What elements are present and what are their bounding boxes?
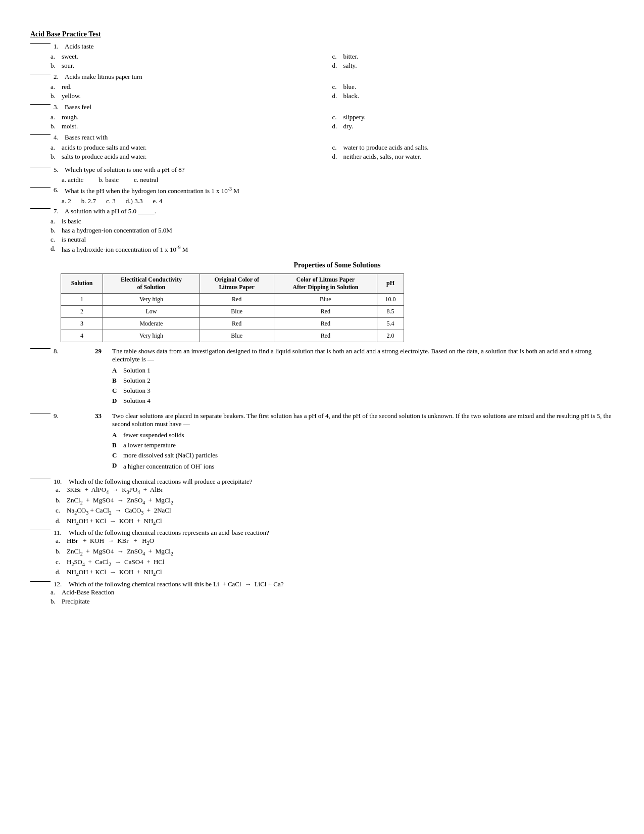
blank-5: [30, 167, 51, 167]
q4-opt-d: d.neither acids, salts, nor water.: [332, 153, 614, 161]
subq-33-text: Two clear solutions are placed in separa…: [112, 412, 614, 428]
q6-opt-d: d.) 3.3: [126, 197, 143, 205]
blank-11: [30, 530, 51, 530]
q7-opt-a: a.is basic: [51, 217, 614, 225]
q11-react-b: b. ZnCl2 + MgSO4 → ZnSO4 + MgCl2: [56, 547, 614, 557]
cell-ph-2: 8.5: [377, 305, 404, 317]
q4-opt-c: c.water to produce acids and salts.: [332, 144, 614, 152]
q6-opt-b: b. 2.7: [81, 197, 96, 205]
q7-opt-d: d.has a hydroxide-ion concentration of 1…: [51, 245, 614, 254]
q11-react-a: a. HBr + KOH → KBr + H2O: [56, 537, 614, 546]
cell-cond-2: Low: [103, 305, 200, 317]
blank-2: [30, 74, 51, 74]
subq-29-header: 29 The table shows data from an investig…: [95, 347, 614, 363]
q5-options: a. acidic b. basic c. neutral: [62, 176, 614, 184]
question-12-block: 12. Which of the following chemical reac…: [30, 580, 614, 606]
subq-33: 33 Two clear solutions are placed in sep…: [95, 412, 614, 471]
q3-opt-a: a.rough.: [51, 113, 332, 121]
q5-opt-c: c. neutral: [134, 176, 158, 184]
q2-options: a.red. c.blue. b.yellow. d.black.: [51, 83, 614, 101]
q11-num: 11.: [54, 529, 69, 537]
cell-cond-1: Very high: [103, 293, 200, 305]
blank-1: [30, 43, 51, 44]
question-6: 6. What is the pH when the hydrogen ion …: [30, 186, 614, 195]
q5-opt-a: a. acidic: [62, 176, 83, 184]
blank-12: [30, 581, 51, 582]
q2-text: Acids make litmus paper turn: [65, 73, 614, 81]
table-section: Properties of Some Solutions Solution El…: [61, 261, 614, 342]
cell-orig-1: Red: [200, 293, 274, 305]
cell-solution-1: 1: [61, 293, 103, 305]
q11-react-c: c. H2SO4 + CaCl2 → CaSO4 + HCl: [56, 558, 614, 567]
q7-options: a.is basic b.has a hydrogen-ion concentr…: [51, 217, 614, 254]
q6-opt-e: e. 4: [153, 197, 162, 205]
cell-after-4: Red: [274, 330, 377, 342]
question-7-block: 7. A solution with a pH of 5.0 _____. a.…: [30, 207, 614, 254]
q6-num: 6.: [54, 186, 65, 194]
q6-opt-c: c. 3: [106, 197, 116, 205]
q4-options: a.acids to produce salts and water. c.wa…: [51, 144, 614, 162]
q1-num: 1.: [54, 42, 65, 51]
question-6-block: 6. What is the pH when the hydrogen ion …: [30, 186, 614, 205]
q7-num: 7.: [54, 207, 65, 215]
q11-reactions: a. HBr + KOH → KBr + H2O b. ZnCl2 + MgSO…: [56, 537, 614, 577]
q10-text: Which of the following chemical reaction…: [69, 478, 253, 486]
q5-text: Which type of solution is one with a pH …: [65, 166, 614, 174]
subq-33-options: Afewer suspended solids Ba lower tempera…: [112, 431, 614, 471]
table-header-row: Solution Electitical Conductivityof Solu…: [61, 273, 404, 293]
col-after: Color of Litmus PaperAfter Dipping in So…: [274, 273, 377, 293]
q1-text: Acids taste: [65, 42, 614, 51]
question-2: 2. Acids make litmus paper turn: [30, 73, 614, 81]
col-conductivity: Electitical Conductivityof Solution: [103, 273, 200, 293]
col-ph: pH: [377, 273, 404, 293]
cell-after-1: Blue: [274, 293, 377, 305]
cell-solution-4: 4: [61, 330, 103, 342]
cell-cond-3: Moderate: [103, 317, 200, 330]
q9-content: 33 Two clear solutions are placed in sep…: [65, 412, 614, 475]
q11-react-d: d. NH4OH + KCl → KOH + NH4Cl: [56, 568, 614, 577]
q2-opt-b: b.yellow.: [51, 92, 332, 100]
q1-opt-c: c.bitter.: [332, 53, 614, 61]
blank-10: [30, 479, 51, 479]
q10-reactions: a. 3KBr + AlPO4 → K3PO4 + AlBr b. ZnCl2 …: [56, 486, 614, 526]
q11-text: Which of the following chemical reaction…: [69, 529, 269, 537]
subq-29-opt-C: CSolution 3: [112, 387, 614, 395]
subq-29-opt-D: DSolution 4: [112, 397, 614, 405]
subq-29-options: ASolution 1 BSolution 2 CSolution 3 DSol…: [112, 366, 614, 405]
cell-cond-4: Very high: [103, 330, 200, 342]
subq-29: 29 The table shows data from an investig…: [95, 347, 614, 405]
cell-solution-3: 3: [61, 317, 103, 330]
table-row: 2 Low Blue Red 8.5: [61, 305, 404, 317]
cell-orig-3: Red: [200, 317, 274, 330]
subq-33-header: 33 Two clear solutions are placed in sep…: [95, 412, 614, 428]
subq-33-opt-D: Da higher concentration of OH- ions: [112, 461, 614, 471]
q2-num: 2.: [54, 73, 65, 81]
subq-29-opt-B: BSolution 2: [112, 377, 614, 385]
questions-1-4: 1. Acids taste a.sweet. c.bitter. b.sour…: [30, 42, 614, 162]
q12-opt-a: a.Acid-Base Reaction: [51, 588, 614, 596]
cell-orig-2: Blue: [200, 305, 274, 317]
blank-8: [30, 348, 51, 349]
q6-options: a. 2 b. 2.7 c. 3 d.) 3.3 e. 4: [62, 197, 614, 205]
q5-num: 5.: [54, 166, 65, 174]
cell-after-2: Red: [274, 305, 377, 317]
q3-opt-b: b.moist.: [51, 122, 332, 130]
question-9-block: 9. 33 Two clear solutions are placed in …: [30, 412, 614, 475]
q3-opt-d: d.dry.: [332, 122, 614, 130]
q8-content: 29 The table shows data from an investig…: [65, 347, 614, 409]
q10-react-a: a. 3KBr + AlPO4 → K3PO4 + AlBr: [56, 486, 614, 495]
subq-33-opt-C: Cmore dissolved salt (NaCl) particles: [112, 451, 614, 459]
question-8-block: 8. 29 The table shows data from an inves…: [30, 347, 614, 409]
table-row: 1 Very high Red Blue 10.0: [61, 293, 404, 305]
q4-opt-a: a.acids to produce salts and water.: [51, 144, 332, 152]
q2-opt-c: c.blue.: [332, 83, 614, 91]
question-3: 3. Bases feel: [30, 103, 614, 111]
subq-33-opt-A: Afewer suspended solids: [112, 431, 614, 439]
blank-3: [30, 104, 51, 105]
q6-opt-a: a. 2: [62, 197, 71, 205]
q7-opt-b: b.has a hydrogen-ion concentration of 5.…: [51, 226, 614, 235]
cell-after-3: Red: [274, 317, 377, 330]
blank-4: [30, 134, 51, 135]
question-10-block: 10. Which of the following chemical reac…: [30, 478, 614, 526]
q3-opt-c: c.slippery.: [332, 113, 614, 121]
